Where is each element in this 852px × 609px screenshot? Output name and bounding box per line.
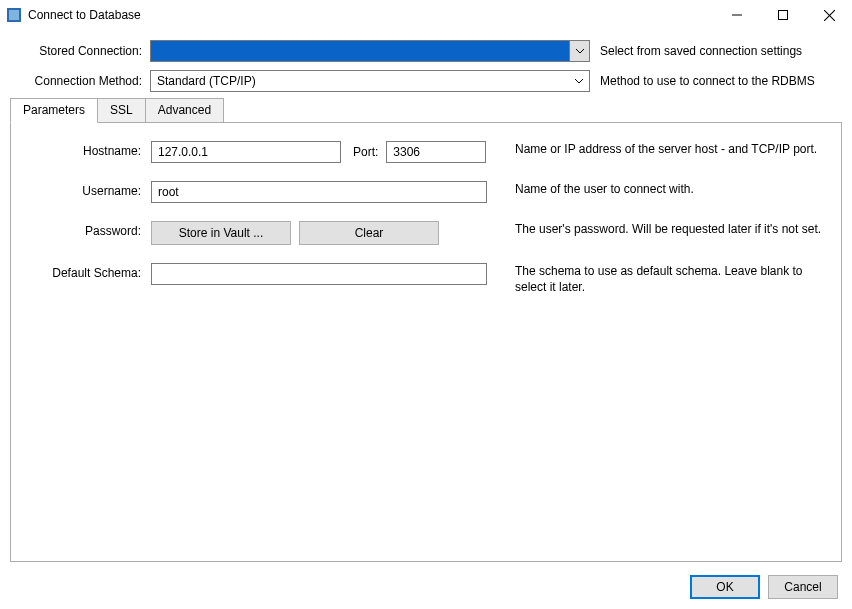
titlebar: Connect to Database <box>0 0 852 30</box>
port-label: Port: <box>347 145 380 159</box>
port-input[interactable] <box>386 141 486 163</box>
clear-password-button[interactable]: Clear <box>299 221 439 245</box>
hostname-input[interactable] <box>151 141 341 163</box>
tabstrip: Parameters SSL Advanced <box>10 98 842 122</box>
default-schema-help: The schema to use as default schema. Lea… <box>501 263 827 295</box>
username-help: Name of the user to connect with. <box>501 181 827 203</box>
connection-method-select[interactable]: Standard (TCP/IP) <box>150 70 590 92</box>
window-title: Connect to Database <box>28 8 141 22</box>
connection-method-value: Standard (TCP/IP) <box>157 74 256 88</box>
stored-connection-select[interactable] <box>150 40 590 62</box>
password-help: The user's password. Will be requested l… <box>501 221 827 245</box>
stored-connection-label: Stored Connection: <box>10 44 150 58</box>
minimize-button[interactable] <box>714 0 760 30</box>
password-label: Password: <box>25 221 151 245</box>
app-icon <box>6 7 22 23</box>
maximize-button[interactable] <box>760 0 806 30</box>
tab-advanced[interactable]: Advanced <box>146 98 224 122</box>
connection-method-label: Connection Method: <box>10 74 150 88</box>
username-label: Username: <box>25 181 151 203</box>
tab-panel-parameters: Hostname: Port: Name or IP address of th… <box>10 122 842 562</box>
window-controls <box>714 0 852 30</box>
connection-method-help: Method to use to connect to the RDBMS <box>590 74 842 88</box>
store-in-vault-button[interactable]: Store in Vault ... <box>151 221 291 245</box>
username-input[interactable] <box>151 181 487 203</box>
ok-button[interactable]: OK <box>690 575 760 599</box>
dialog-footer: OK Cancel <box>690 575 838 599</box>
default-schema-label: Default Schema: <box>25 263 151 295</box>
stored-connection-help: Select from saved connection settings <box>590 44 842 58</box>
close-button[interactable] <box>806 0 852 30</box>
chevron-down-icon <box>569 71 589 91</box>
cancel-button[interactable]: Cancel <box>768 575 838 599</box>
tab-ssl[interactable]: SSL <box>98 98 146 122</box>
default-schema-input[interactable] <box>151 263 487 285</box>
chevron-down-icon <box>569 41 589 61</box>
hostname-label: Hostname: <box>25 141 151 163</box>
hostname-help: Name or IP address of the server host - … <box>501 141 827 163</box>
svg-rect-1 <box>9 10 19 20</box>
tab-parameters[interactable]: Parameters <box>10 98 98 123</box>
dialog-content: Stored Connection: Select from saved con… <box>0 30 852 562</box>
svg-rect-3 <box>779 11 788 20</box>
